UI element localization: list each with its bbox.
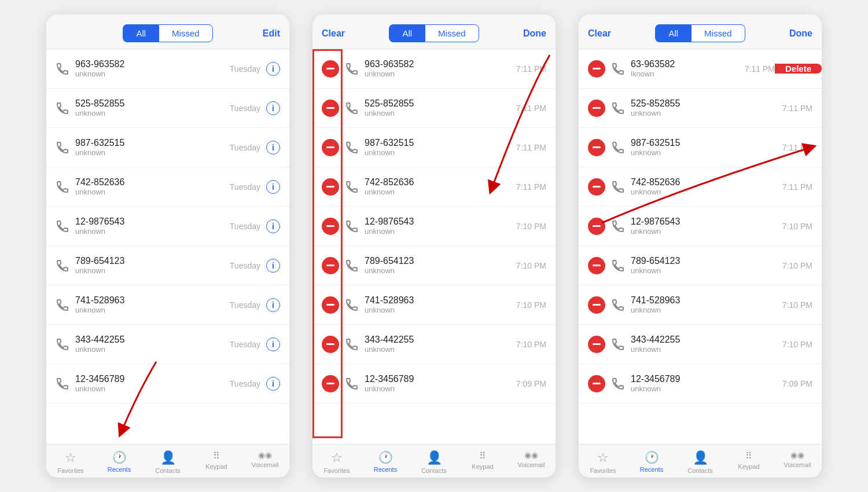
call-item[interactable]: 525-852855 unknown Tuesday i xyxy=(46,89,289,128)
delete-circle-btn[interactable] xyxy=(322,178,339,196)
panel-3-missed-btn[interactable]: Missed xyxy=(691,24,745,42)
panel-3-clear-btn[interactable]: Clear xyxy=(588,28,611,39)
nav-keypad[interactable]: ⠿ Keypad xyxy=(192,448,241,476)
info-btn[interactable]: i xyxy=(266,180,280,194)
nav-voicemail[interactable]: ◉◉ Voicemail xyxy=(507,448,556,476)
call-item[interactable]: 742-852636 unknown 7:11 PM xyxy=(312,167,556,207)
call-item[interactable]: 12-3456789 unknown 7:09 PM xyxy=(579,364,822,403)
nav-recents[interactable]: 🕐 Recents xyxy=(361,448,410,476)
nav-recents[interactable]: 🕐 Recents xyxy=(95,448,144,476)
panel-1-missed-btn[interactable]: Missed xyxy=(159,24,213,42)
call-item-swiped[interactable]: 63-963582 lknown 7:11 PM Delete xyxy=(579,49,822,89)
delete-circle-btn[interactable] xyxy=(588,178,605,196)
info-btn[interactable]: i xyxy=(266,337,280,351)
recents-label: Recents xyxy=(374,466,397,473)
panel-2-all-btn[interactable]: All xyxy=(389,24,425,42)
nav-keypad[interactable]: ⠿ Keypad xyxy=(724,448,773,476)
call-item[interactable]: 525-852855 unknown 7:11 PM xyxy=(579,89,822,128)
delete-circle-btn[interactable] xyxy=(322,60,339,78)
favorites-label: Favorites xyxy=(590,467,616,474)
call-label: unknown xyxy=(75,227,225,236)
nav-recents[interactable]: 🕐 Recents xyxy=(627,448,676,476)
call-item[interactable]: 789-654123 unknown 7:10 PM xyxy=(579,246,822,285)
call-item[interactable]: 343-442255 unknown 7:10 PM xyxy=(579,325,822,364)
info-btn[interactable]: i xyxy=(266,62,280,76)
call-item[interactable]: 12-9876543 unknown Tuesday i xyxy=(46,207,289,246)
nav-favorites[interactable]: ☆ Favorites xyxy=(312,448,361,476)
call-item[interactable]: 741-528963 unknown 7:10 PM xyxy=(312,285,556,325)
call-item[interactable]: 12-9876543 unknown 7:10 PM xyxy=(579,207,822,246)
delete-circle-btn[interactable] xyxy=(588,60,605,78)
call-info: 789-654123 unknown xyxy=(365,256,512,275)
call-item[interactable]: 742-852636 unknown Tuesday i xyxy=(46,167,289,207)
call-info: 12-3456789 unknown xyxy=(365,374,512,393)
panel-2-missed-btn[interactable]: Missed xyxy=(425,24,479,42)
delete-circle-btn[interactable] xyxy=(588,336,605,353)
delete-circle-btn[interactable] xyxy=(322,257,339,274)
call-info: 987-632515 unknown xyxy=(365,138,512,157)
delete-circle-btn[interactable] xyxy=(322,296,339,314)
panel-2-clear-btn[interactable]: Clear xyxy=(322,28,345,39)
call-item[interactable]: 987-632515 unknown Tuesday i xyxy=(46,128,289,167)
delete-circle-btn[interactable] xyxy=(588,100,605,117)
info-btn[interactable]: i xyxy=(266,259,280,273)
info-btn[interactable]: i xyxy=(266,101,280,115)
panel-1-edit-btn[interactable]: Edit xyxy=(263,28,280,39)
call-item[interactable]: 525-852855 unknown 7:11 PM xyxy=(312,89,556,128)
delete-circle-btn[interactable] xyxy=(588,296,605,314)
call-item[interactable]: 12-9876543 unknown 7:10 PM xyxy=(312,207,556,246)
call-label: unknown xyxy=(631,227,778,236)
nav-voicemail[interactable]: ◉◉ Voicemail xyxy=(773,448,822,476)
panel-2-done-btn[interactable]: Done xyxy=(523,28,546,39)
call-item[interactable]: 12-3456789 unknown 7:09 PM xyxy=(312,364,556,403)
call-info: 12-3456789 unknown xyxy=(75,374,225,393)
delete-circle-btn[interactable] xyxy=(322,336,339,353)
call-item[interactable]: 343-442255 unknown Tuesday i xyxy=(46,325,289,364)
delete-circle-btn[interactable] xyxy=(588,375,605,392)
delete-circle-btn[interactable] xyxy=(322,139,339,156)
call-item[interactable]: 742-852636 unknown 7:11 PM xyxy=(579,167,822,207)
call-item[interactable]: 12-3456789 unknown Tuesday i xyxy=(46,364,289,403)
voicemail-icon: ◉◉ xyxy=(524,450,538,460)
contacts-label: Contacts xyxy=(155,467,180,474)
call-item[interactable]: 987-632515 unknown 7:11 PM xyxy=(579,128,822,167)
call-item[interactable]: 343-442255 unknown 7:10 PM xyxy=(312,325,556,364)
panel-3-all-btn[interactable]: All xyxy=(655,24,691,42)
delete-slide-action-btn[interactable]: Delete xyxy=(775,64,822,74)
info-btn[interactable]: i xyxy=(266,298,280,312)
nav-favorites[interactable]: ☆ Favorites xyxy=(46,448,95,476)
call-info: 987-632515 unknown xyxy=(75,138,225,157)
call-item[interactable]: 963-963582 unknown Tuesday i xyxy=(46,49,289,89)
call-item[interactable]: 963-963582 unknown 7:11 PM xyxy=(312,49,556,89)
call-item[interactable]: 789-654123 unknown Tuesday i xyxy=(46,246,289,285)
call-number: 741-528963 xyxy=(365,295,512,306)
delete-circle-btn[interactable] xyxy=(322,218,339,235)
call-info: 789-654123 unknown xyxy=(631,256,778,275)
call-number: 12-3456789 xyxy=(75,374,225,384)
call-time: 7:11 PM xyxy=(516,143,546,152)
nav-contacts[interactable]: 👤 Contacts xyxy=(144,448,192,476)
info-btn[interactable]: i xyxy=(266,377,280,391)
info-btn[interactable]: i xyxy=(266,219,280,233)
nav-favorites[interactable]: ☆ Favorites xyxy=(579,448,627,476)
nav-contacts[interactable]: 👤 Contacts xyxy=(676,448,724,476)
delete-circle-btn[interactable] xyxy=(588,139,605,156)
delete-circle-btn[interactable] xyxy=(588,257,605,274)
nav-voicemail[interactable]: ◉◉ Voicemail xyxy=(241,448,289,476)
delete-circle-btn[interactable] xyxy=(322,100,339,117)
nav-contacts[interactable]: 👤 Contacts xyxy=(410,448,458,476)
delete-circle-btn[interactable] xyxy=(322,375,339,392)
call-label: unknown xyxy=(365,109,512,118)
phone-icon xyxy=(611,141,625,155)
nav-keypad[interactable]: ⠿ Keypad xyxy=(458,448,507,476)
panel-1-all-btn[interactable]: All xyxy=(123,24,159,42)
info-btn[interactable]: i xyxy=(266,141,280,155)
delete-circle-btn[interactable] xyxy=(588,218,605,235)
keypad-label: Keypad xyxy=(472,463,493,470)
contacts-icon: 👤 xyxy=(693,450,708,465)
call-item[interactable]: 987-632515 unknown 7:11 PM xyxy=(312,128,556,167)
call-item[interactable]: 789-654123 unknown 7:10 PM xyxy=(312,246,556,285)
call-item[interactable]: 741-528963 unknown 7:10 PM xyxy=(579,285,822,325)
panel-3-done-btn[interactable]: Done xyxy=(789,28,812,39)
call-item[interactable]: 741-528963 unknown Tuesday i xyxy=(46,285,289,325)
